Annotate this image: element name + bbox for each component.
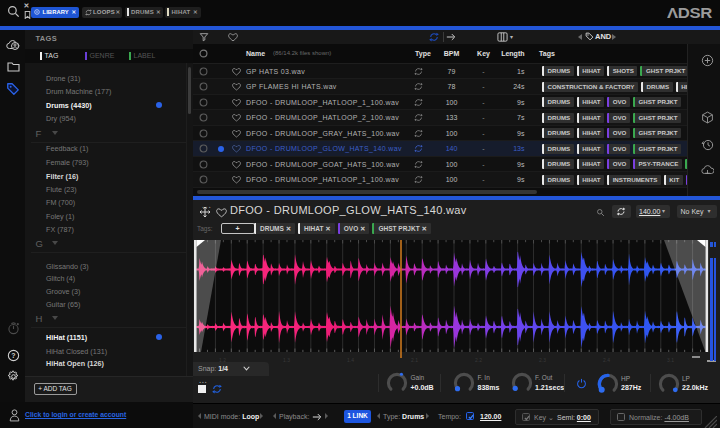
svg-text:?: ? [11,351,15,358]
